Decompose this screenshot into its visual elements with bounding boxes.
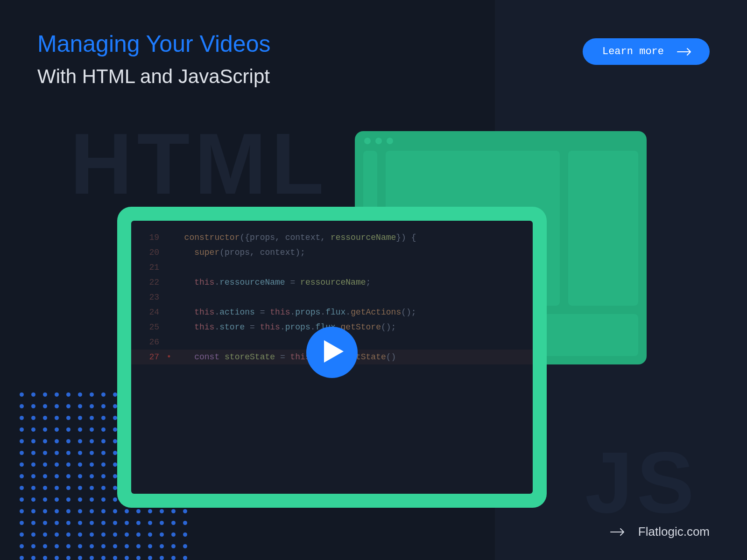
arrow-right-icon [677,48,692,56]
window-control-icon [375,138,382,144]
footer-link-label: Flatlogic.com [638,525,710,539]
code-line: 22 this.ressourceName = ressourceName; [131,275,533,290]
code-line: 23 [131,290,533,305]
window-control-icon [387,138,393,144]
page-title: Managing Your Videos [37,30,271,57]
background-js-text: JS [585,433,698,532]
browser-panel [568,151,638,306]
background-html-text: HTML [70,114,329,213]
arrow-right-icon [610,525,625,539]
code-editor: 19 constructor({props, context, ressourc… [131,221,533,494]
page-subtitle: With HTML and JavaScript [37,65,270,88]
code-line: 19 constructor({props, context, ressourc… [131,230,533,245]
footer-link[interactable]: Flatlogic.com [610,525,710,539]
code-line: 21 [131,260,533,275]
code-line: 24 this.actions = this.props.flux.getAct… [131,305,533,320]
video-card: 19 constructor({props, context, ressourc… [117,207,547,508]
code-line: 20 super(props, context); [131,245,533,260]
browser-titlebar [355,131,647,151]
learn-more-button[interactable]: Learn more [583,38,710,65]
learn-more-label: Learn more [602,46,664,57]
play-button[interactable] [306,327,358,378]
window-control-icon [364,138,371,144]
play-icon [320,340,344,364]
